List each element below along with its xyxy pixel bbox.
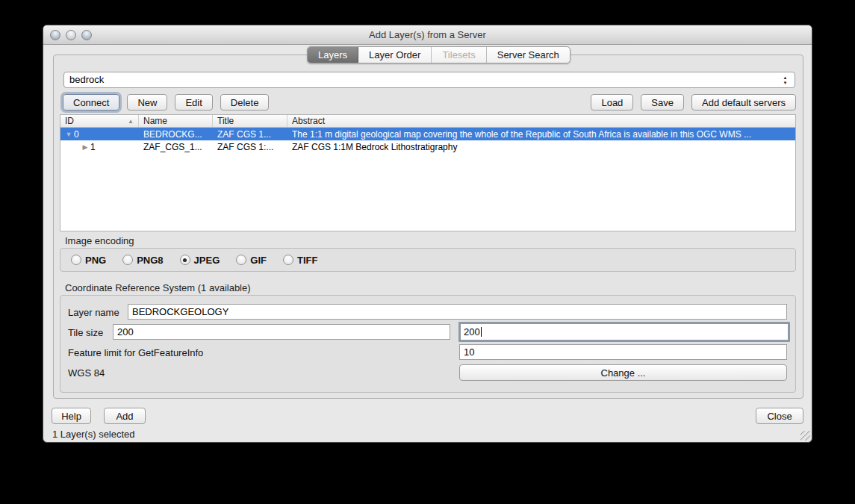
radio-png[interactable]: PNG <box>71 255 106 266</box>
delete-button[interactable]: Delete <box>220 94 270 111</box>
table-row[interactable]: ▶ 1 ZAF_CGS_1... ZAF CGS 1:... ZAF CGS 1… <box>60 140 795 153</box>
tab-bar: Layers Layer Order Tilesets Server Searc… <box>307 46 570 63</box>
edit-button[interactable]: Edit <box>175 94 212 111</box>
selection-status-text: 1 Layer(s) selected <box>52 429 135 440</box>
layers-tab-panel: bedrock ▲▼ Connect New Edit Delete Load … <box>53 55 803 399</box>
table-header-row: ID ▲ Name Title Abstract <box>60 115 795 128</box>
tile-height-input[interactable]: 200 <box>458 322 790 342</box>
cell-title: ZAF CGS 1:... <box>213 142 287 152</box>
column-header-id[interactable]: ID ▲ <box>60 115 139 127</box>
change-crs-button[interactable]: Change ... <box>459 364 787 381</box>
tile-size-label: Tile size <box>68 327 103 338</box>
connect-button[interactable]: Connect <box>63 94 119 111</box>
layer-list-table[interactable]: ID ▲ Name Title Abstract ▼ 0 BEDROCKG...… <box>60 114 796 231</box>
cell-title: ZAF CGS 1... <box>213 129 287 140</box>
text-cursor <box>481 327 482 337</box>
tile-width-input[interactable] <box>113 324 450 340</box>
tab-tilesets: Tilesets <box>432 47 486 63</box>
new-button[interactable]: New <box>127 94 167 111</box>
radio-gif[interactable]: GIF <box>236 255 267 266</box>
close-button[interactable]: Close <box>756 408 803 424</box>
cell-name: ZAF_CGS_1... <box>139 142 213 152</box>
column-header-name[interactable]: Name <box>139 115 213 127</box>
feature-limit-input[interactable] <box>459 344 787 360</box>
cell-id: 1 <box>90 142 96 152</box>
image-encoding-label: Image encoding <box>65 235 134 246</box>
server-combobox[interactable]: bedrock ▲▼ <box>63 72 795 88</box>
crs-group: Layer name Tile size 200 Feature limit f… <box>60 295 796 393</box>
layer-name-input[interactable] <box>128 304 787 320</box>
cell-abstract: ZAF CGS 1:1M Bedrock Lithostratigraphy <box>287 142 795 152</box>
radio-tiff[interactable]: TIFF <box>283 255 317 266</box>
layer-name-label: Layer name <box>68 307 119 318</box>
sort-ascending-icon: ▲ <box>128 118 134 125</box>
add-button[interactable]: Add <box>104 408 146 424</box>
radio-checked-icon[interactable] <box>180 255 190 265</box>
column-header-title[interactable]: Title <box>213 115 287 127</box>
resize-grip[interactable] <box>800 431 810 441</box>
tab-layers[interactable]: Layers <box>308 47 358 63</box>
save-button[interactable]: Save <box>641 94 684 111</box>
load-button[interactable]: Load <box>591 94 633 111</box>
feature-limit-label: Feature limit for GetFeatureInfo <box>68 347 203 358</box>
image-encoding-group: PNG PNG8 JPEG GIF TIFF <box>60 248 796 272</box>
radio-jpeg[interactable]: JPEG <box>180 255 220 266</box>
connection-button-row: Connect New Edit Delete Load Save Add de… <box>63 94 796 111</box>
help-button[interactable]: Help <box>52 408 91 424</box>
crs-section-label: Coordinate Reference System (1 available… <box>65 282 251 293</box>
disclosure-closed-icon[interactable]: ▶ <box>80 143 90 151</box>
radio-unchecked-icon[interactable] <box>236 255 246 265</box>
dialog-window: Add Layer(s) from a Server Layers Layer … <box>43 25 812 443</box>
radio-unchecked-icon[interactable] <box>283 255 293 265</box>
column-header-abstract[interactable]: Abstract <box>287 115 795 127</box>
tab-layer-order[interactable]: Layer Order <box>358 47 432 63</box>
add-default-servers-button[interactable]: Add default servers <box>691 94 796 111</box>
cell-abstract: The 1:1 m digital geological map coverin… <box>287 129 795 140</box>
cell-id: 0 <box>74 129 79 140</box>
server-combobox-value: bedrock <box>69 74 104 85</box>
radio-unchecked-icon[interactable] <box>71 255 81 265</box>
table-row[interactable]: ▼ 0 BEDROCKG... ZAF CGS 1... The 1:1 m d… <box>60 128 795 140</box>
window-title: Add Layer(s) from a Server <box>43 29 812 40</box>
combobox-stepper-icon[interactable]: ▲▼ <box>781 74 789 87</box>
radio-unchecked-icon[interactable] <box>122 255 133 265</box>
selected-crs-value: WGS 84 <box>68 367 105 379</box>
radio-png8[interactable]: PNG8 <box>122 255 163 266</box>
cell-name: BEDROCKG... <box>139 129 213 140</box>
tab-server-search[interactable]: Server Search <box>487 47 570 63</box>
disclosure-open-icon[interactable]: ▼ <box>63 131 74 138</box>
title-bar[interactable]: Add Layer(s) from a Server <box>43 25 812 45</box>
